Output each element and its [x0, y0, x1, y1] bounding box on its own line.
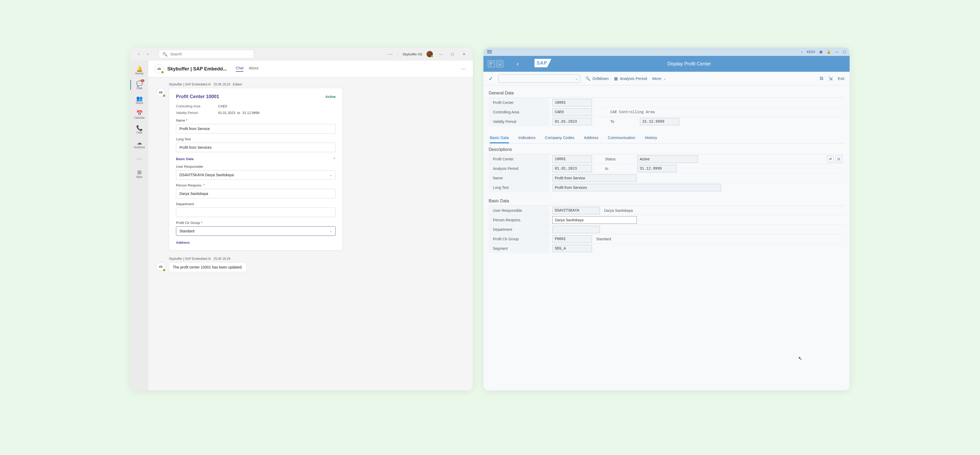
lock-icon[interactable]: 🔓: [827, 50, 831, 54]
desc-longtext-value[interactable]: Profit from Services: [552, 184, 721, 191]
name-input[interactable]: [176, 124, 336, 134]
rail-more[interactable]: ⋯: [130, 152, 148, 166]
validity-to-label: To: [610, 120, 637, 124]
window-icon[interactable]: ⧉: [820, 76, 823, 81]
presence-icon: [163, 94, 165, 97]
sap-window: › KE53 ▣ 🔓 — ▢ 🔍 ⌄ ‹ SAP Display Profit …: [484, 48, 850, 390]
play-icon[interactable]: ▣: [819, 50, 822, 54]
longtext-input[interactable]: [176, 143, 336, 152]
msg-time: 25.05 16:20: [213, 83, 230, 86]
search-input[interactable]: 🔍: [159, 50, 254, 58]
chat-icon: 💬2: [136, 80, 143, 87]
pcg-desc: Standard: [596, 237, 611, 241]
msg-meta: Skybuffer | SAP Embedded AI 25.05 16:20 …: [169, 83, 465, 86]
person-resp-label: Person Respons.: [489, 215, 549, 225]
analysis-from-value[interactable]: 01.01.2023: [552, 165, 592, 172]
dept-input[interactable]: [176, 208, 336, 217]
person-resp-input[interactable]: [176, 189, 336, 198]
user-resp-name: Darya Savitskaya: [604, 208, 633, 212]
general-data-group: Profit Center10001 Controlling AreaCAE0C…: [489, 97, 844, 126]
more-icon[interactable]: ⋯: [388, 51, 393, 57]
check-icon[interactable]: ✓: [489, 75, 493, 82]
pcg-label: Profit Ctr Group: [489, 234, 549, 243]
tcode: KE53: [807, 50, 815, 54]
basic-data-header[interactable]: Basic Data⌃: [176, 157, 336, 161]
chevron-right-icon[interactable]: ›: [802, 50, 802, 54]
rail-activity[interactable]: 🔔Activity: [130, 63, 148, 78]
validity-to-word: to: [237, 111, 240, 115]
desc-pc-value[interactable]: 10001: [552, 155, 592, 163]
search-icon: 🔍: [585, 76, 590, 81]
tab-communication[interactable]: Communication: [608, 133, 635, 143]
cursor-icon: ↖: [798, 356, 802, 361]
exit-button[interactable]: Exit: [838, 76, 844, 81]
command-input[interactable]: ⌄: [498, 74, 580, 83]
user-resp-value[interactable]: DSAVITSKAYA: [552, 207, 600, 214]
expand-icon[interactable]: ⇲: [829, 76, 832, 81]
tab-indicators[interactable]: Indicators: [519, 133, 536, 143]
validity-from-value[interactable]: 01.01.2023: [552, 118, 592, 125]
rail-apps[interactable]: ⊞Apps: [130, 166, 148, 181]
maximize-button[interactable]: ▢: [449, 50, 456, 58]
nav-back-icon[interactable]: ‹: [136, 51, 142, 57]
status-value: Active: [637, 155, 698, 163]
hamburger-icon[interactable]: [487, 50, 492, 53]
dept-value[interactable]: [552, 226, 600, 233]
pcg-select[interactable]: Standard⌄: [176, 226, 336, 236]
user-resp-label: User Responsible: [489, 206, 549, 215]
segment-value[interactable]: SEG_A: [552, 245, 592, 252]
tab-address[interactable]: Address: [584, 133, 598, 143]
status-label: Status: [605, 157, 634, 161]
tab-history[interactable]: History: [645, 133, 657, 143]
sap-search-icon[interactable]: 🔍: [488, 60, 495, 67]
tab-basic-data[interactable]: Basic Data: [490, 133, 509, 143]
ctrl-area-desc: CAE Controlling Area: [610, 110, 655, 114]
update-message: The profit center 10001 has been updated…: [169, 262, 247, 272]
ctrl-area-value[interactable]: CAE0: [552, 109, 592, 116]
bot-avatar-small: sb: [156, 262, 165, 271]
link-icon[interactable]: ⇄: [827, 156, 834, 163]
sap-logo: SAP: [532, 58, 554, 70]
rail-calendar[interactable]: 📅Calendar: [130, 107, 148, 122]
minimize-button[interactable]: —: [835, 50, 838, 54]
balance-icon[interactable]: ⚖: [835, 156, 842, 163]
svg-text:SAP: SAP: [537, 61, 547, 65]
cloud-icon: ☁: [137, 139, 142, 146]
nav-fwd-icon[interactable]: ›: [145, 51, 151, 57]
maximize-button[interactable]: ▢: [843, 50, 846, 54]
rail-chat[interactable]: 💬2Chat: [130, 78, 148, 92]
tab-company-codes[interactable]: Company Codes: [545, 133, 574, 143]
calendar-icon: 📅: [136, 110, 143, 117]
desc-name-value[interactable]: Profit from Service: [552, 174, 637, 182]
tab-about[interactable]: About: [249, 66, 258, 72]
pcg-value[interactable]: P0001: [552, 235, 592, 243]
drilldown-button[interactable]: 🔍Drilldown: [585, 76, 609, 81]
back-icon[interactable]: ‹: [517, 60, 519, 67]
minimize-button[interactable]: —: [437, 50, 444, 58]
more-button[interactable]: More⌄: [652, 76, 666, 81]
analysis-to-value[interactable]: 31.12.9999: [637, 165, 677, 172]
tab-chat[interactable]: Chat: [236, 66, 244, 72]
add-app-icon: ⊞: [137, 169, 142, 176]
desc-name-label: Name: [489, 173, 549, 182]
presence-icon: [163, 269, 165, 271]
profit-center-value[interactable]: 10001: [552, 99, 592, 106]
search-field[interactable]: [170, 52, 250, 56]
user-avatar[interactable]: [426, 51, 433, 57]
rail-onedrive[interactable]: ☁OneDrive: [130, 137, 148, 152]
rail-calls[interactable]: 📞Calls: [130, 122, 148, 137]
validity-to-value[interactable]: 31.12.9999: [640, 118, 679, 125]
validity-from: 01.01.2023: [218, 111, 235, 115]
rail-teams[interactable]: 👥Teams: [130, 92, 148, 107]
analysis-period-button[interactable]: ▦Analysis Period: [614, 76, 647, 81]
chat-more-icon[interactable]: ⋯: [461, 65, 466, 72]
user-resp-select[interactable]: DSAVITSKAYA Darya Savitskaya⌄: [176, 170, 336, 180]
sap-dropdown-icon[interactable]: ⌄: [496, 60, 503, 67]
close-button[interactable]: ✕: [460, 50, 468, 58]
bot-avatar[interactable]: sb: [154, 64, 164, 73]
person-resp-value[interactable]: Darya Savitskaya: [552, 216, 637, 224]
sap-tabs: Basic Data Indicators Company Codes Addr…: [489, 133, 844, 144]
pcg-label: Profit Ctr Group *: [176, 221, 336, 225]
name-label: Name *: [176, 118, 336, 122]
address-header[interactable]: Address: [176, 241, 336, 244]
